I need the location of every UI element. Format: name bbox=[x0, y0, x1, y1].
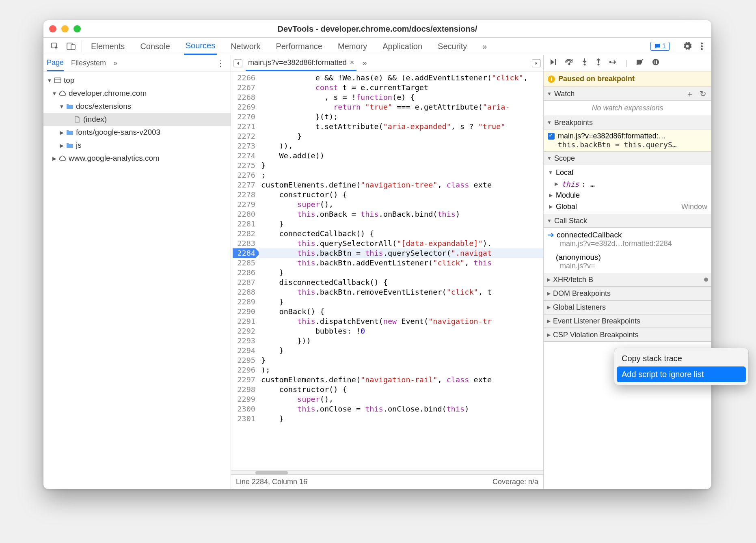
section-event-listener-bp[interactable]: ▶Event Listener Breakpoints bbox=[544, 314, 711, 328]
callstack-content: ➔connectedCallback main.js?v=e382d…forma… bbox=[544, 228, 711, 273]
watch-empty: No watch expressions bbox=[544, 101, 711, 116]
separator bbox=[82, 40, 82, 52]
document-icon bbox=[73, 116, 82, 123]
scope-module[interactable]: ▶Module bbox=[548, 190, 707, 201]
context-menu[interactable]: Copy stack trace Add script to ignore li… bbox=[614, 348, 749, 385]
scope-local[interactable]: ▼Local bbox=[548, 167, 707, 178]
paused-label: Paused on breakpoint bbox=[558, 75, 635, 83]
section-xhr[interactable]: ▶XHR/fetch B bbox=[544, 273, 711, 287]
scope-this[interactable]: ▶this: … bbox=[548, 178, 707, 190]
navtab-filesystem[interactable]: Filesystem bbox=[71, 55, 106, 71]
section-csp-bp[interactable]: ▶CSP Violation Breakpoints bbox=[544, 328, 711, 342]
tab-console[interactable]: Console bbox=[138, 38, 171, 55]
tab-performance[interactable]: Performance bbox=[274, 38, 324, 55]
pause-on-exceptions-icon[interactable] bbox=[652, 58, 659, 68]
section-dom[interactable]: ▶DOM Breakpoints bbox=[544, 287, 711, 300]
navigator-menu-icon[interactable]: ⋮ bbox=[214, 58, 227, 68]
settings-gear-icon[interactable] bbox=[681, 42, 693, 50]
inspect-element-icon[interactable] bbox=[47, 38, 63, 55]
svg-point-14 bbox=[652, 59, 659, 65]
show-navigator-icon[interactable] bbox=[233, 59, 242, 67]
tab-application[interactable]: Application bbox=[381, 38, 424, 55]
tree-origin-1[interactable]: developer.chrome.com bbox=[43, 87, 231, 100]
issues-badge[interactable]: 1 bbox=[650, 42, 670, 51]
deactivate-breakpoints-icon[interactable] bbox=[636, 58, 644, 68]
tab-network[interactable]: Network bbox=[229, 38, 262, 55]
scope-content: ▼Local ▶this: … ▶Module ▶GlobalWindow bbox=[544, 165, 711, 214]
xhr-indicator-icon bbox=[704, 278, 708, 282]
section-scope[interactable]: ▼Scope bbox=[544, 151, 711, 165]
section-callstack[interactable]: ▼Call Stack bbox=[544, 214, 711, 228]
svg-point-11 bbox=[598, 64, 600, 66]
breakpoint-checkbox[interactable] bbox=[548, 133, 555, 140]
tree-origin-2[interactable]: www.google-analytics.com bbox=[43, 152, 231, 165]
code-editor[interactable]: 2266226722682269227022712272227322742275… bbox=[231, 71, 543, 470]
issues-count: 1 bbox=[662, 43, 666, 50]
panel-tabs: Elements Console Sources Network Perform… bbox=[84, 38, 493, 55]
editor-pane: main.js?v=e382d86f:formatted × 226622672… bbox=[231, 55, 544, 489]
tree-folder-1[interactable]: docs/extensions bbox=[43, 100, 231, 113]
tree-origin-1-label: developer.chrome.com bbox=[69, 89, 147, 98]
more-editor-tabs-icon[interactable] bbox=[360, 55, 369, 71]
tab-elements[interactable]: Elements bbox=[89, 38, 126, 55]
tree-folder-2[interactable]: fonts/google-sans-v2003 bbox=[43, 126, 231, 139]
tree-folder-3[interactable]: js bbox=[43, 139, 231, 152]
stack-frame-0[interactable]: ➔connectedCallback main.js?v=e382d…forma… bbox=[544, 228, 711, 250]
section-global-listeners[interactable]: ▶Global Listeners bbox=[544, 300, 711, 314]
source-code[interactable]: e && !We.has(e) && (e.addEventListener("… bbox=[259, 71, 543, 470]
svg-rect-16 bbox=[656, 60, 657, 64]
scrollbar-thumb[interactable] bbox=[255, 471, 288, 474]
scope-global[interactable]: ▶GlobalWindow bbox=[548, 201, 707, 212]
step-over-icon[interactable] bbox=[565, 58, 574, 68]
coverage-status: Coverage: n/a bbox=[492, 478, 538, 486]
editor-tab-main[interactable]: main.js?v=e382d86f:formatted × bbox=[246, 55, 356, 71]
svg-point-10 bbox=[584, 64, 586, 66]
close-tab-icon[interactable]: × bbox=[350, 58, 354, 67]
window-icon bbox=[53, 78, 62, 83]
resume-icon[interactable] bbox=[549, 58, 557, 68]
menu-add-to-ignore-list[interactable]: Add script to ignore list bbox=[617, 366, 746, 382]
line-gutter[interactable]: 2266226722682269227022712272227322742275… bbox=[231, 71, 259, 470]
kebab-menu-icon[interactable] bbox=[697, 42, 706, 50]
step-out-icon[interactable] bbox=[596, 58, 601, 68]
horizontal-scrollbar[interactable] bbox=[231, 470, 543, 474]
step-icon[interactable] bbox=[609, 58, 618, 68]
devtools-window: DevTools - developer.chrome.com/docs/ext… bbox=[43, 20, 711, 489]
breakpoint-item[interactable]: main.js?v=e382d86f:formatted:… this.back… bbox=[544, 129, 711, 151]
add-watch-icon[interactable]: ＋ bbox=[684, 88, 696, 99]
svg-rect-8 bbox=[555, 59, 556, 65]
breakpoint-preview: this.backBtn = this.queryS… bbox=[548, 140, 707, 149]
tree-top[interactable]: top bbox=[43, 74, 231, 87]
more-navtabs-icon[interactable] bbox=[113, 55, 117, 71]
editor-tab-label: main.js?v=e382d86f:formatted bbox=[248, 58, 347, 67]
editor-tabbar: main.js?v=e382d86f:formatted × bbox=[231, 55, 543, 71]
tree-folder-1-label: docs/extensions bbox=[76, 102, 131, 111]
tree-folder-3-label: js bbox=[76, 141, 82, 150]
breakpoint-title: main.js?v=e382d86f:formatted:… bbox=[558, 132, 666, 140]
refresh-watch-icon[interactable]: ↻ bbox=[698, 89, 708, 99]
debugger-toolbar: | bbox=[544, 55, 711, 71]
folder-icon bbox=[65, 142, 74, 148]
file-tree[interactable]: top developer.chrome.com docs/extensions… bbox=[43, 71, 231, 489]
tab-security[interactable]: Security bbox=[436, 38, 469, 55]
navigator-pane: Page Filesystem ⋮ top developer.chrome.c… bbox=[43, 55, 231, 489]
more-tabs-icon[interactable]: » bbox=[481, 38, 488, 55]
section-breakpoints[interactable]: ▼Breakpoints bbox=[544, 116, 711, 129]
tab-memory[interactable]: Memory bbox=[336, 38, 369, 55]
stack-frame-1[interactable]: (anonymous) main.js?v= bbox=[544, 250, 711, 273]
main-tabbar: Elements Console Sources Network Perform… bbox=[43, 37, 711, 55]
step-into-icon[interactable] bbox=[582, 58, 588, 68]
folder-icon bbox=[65, 103, 74, 109]
tree-file-index[interactable]: (index) bbox=[43, 113, 231, 126]
device-toolbar-icon[interactable] bbox=[63, 38, 79, 55]
svg-point-3 bbox=[701, 43, 702, 44]
tree-file-index-label: (index) bbox=[83, 115, 107, 124]
show-debugger-icon[interactable] bbox=[532, 59, 541, 67]
section-watch[interactable]: ▼Watch ＋ ↻ bbox=[544, 87, 711, 101]
navtab-page[interactable]: Page bbox=[47, 55, 64, 71]
paused-banner: i Paused on breakpoint bbox=[544, 71, 711, 87]
menu-copy-stack-trace[interactable]: Copy stack trace bbox=[617, 351, 746, 366]
info-icon: i bbox=[548, 75, 555, 83]
tree-top-label: top bbox=[64, 76, 74, 85]
tab-sources[interactable]: Sources bbox=[184, 38, 217, 55]
